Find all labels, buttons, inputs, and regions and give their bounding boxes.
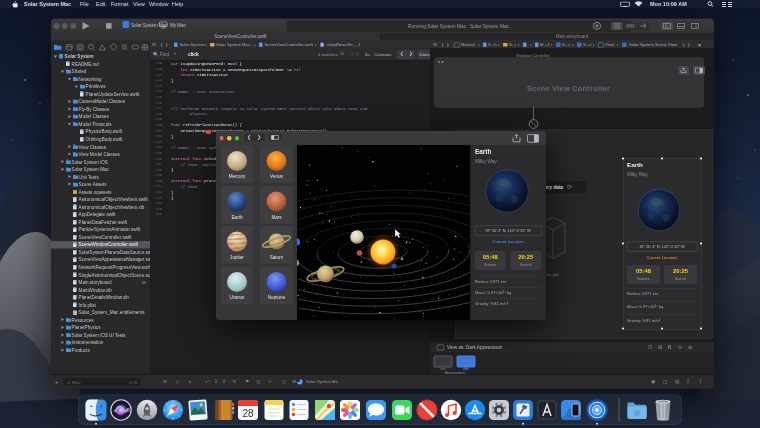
svg-text:28: 28: [242, 408, 254, 419]
